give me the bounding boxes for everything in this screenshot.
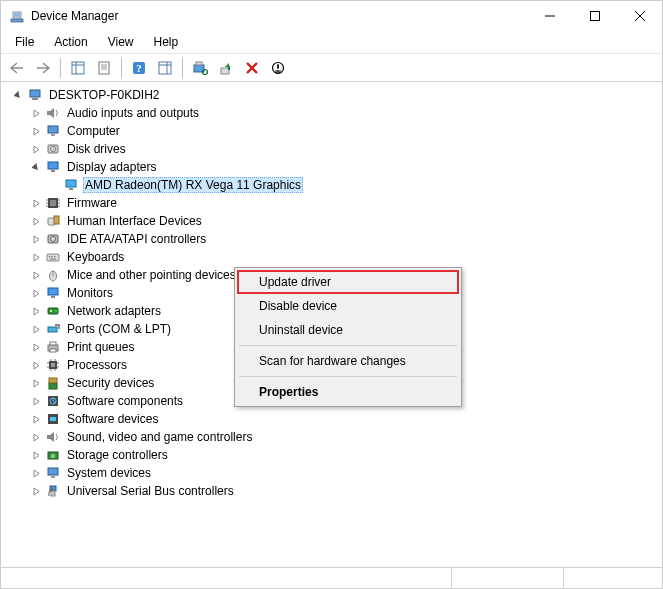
show-hide-tree-button[interactable] — [66, 57, 90, 79]
tree-category-swdev[interactable]: Software devices — [27, 410, 662, 428]
context-scan-hardware[interactable]: Scan for hardware changes — [237, 349, 459, 373]
expander-closed-icon[interactable] — [29, 214, 43, 228]
uninstall-button[interactable] — [240, 57, 264, 79]
menu-help[interactable]: Help — [146, 33, 187, 51]
tree-node-label: Human Interface Devices — [65, 214, 204, 228]
tree-device-display_child[interactable]: AMD Radeon(TM) RX Vega 11 Graphics — [45, 176, 662, 194]
tree-category-storage[interactable]: Storage controllers — [27, 446, 662, 464]
expander-closed-icon[interactable] — [29, 142, 43, 156]
disable-button[interactable] — [266, 57, 290, 79]
swcomp-icon — [45, 393, 61, 409]
expander-closed-icon[interactable] — [29, 322, 43, 336]
menu-file[interactable]: File — [7, 33, 42, 51]
expander-closed-icon[interactable] — [29, 304, 43, 318]
menu-action[interactable]: Action — [46, 33, 95, 51]
tree-category-sound[interactable]: Sound, video and game controllers — [27, 428, 662, 446]
expander-open-icon[interactable] — [29, 160, 43, 174]
expander-closed-icon[interactable] — [29, 484, 43, 498]
action-pane-button[interactable] — [153, 57, 177, 79]
tree-node-label: Keyboards — [65, 250, 126, 264]
update-driver-button[interactable] — [214, 57, 238, 79]
svg-rect-86 — [51, 491, 55, 496]
close-button[interactable] — [617, 1, 662, 31]
expander-closed-icon[interactable] — [29, 250, 43, 264]
expander-open-icon[interactable] — [11, 88, 25, 102]
tree-node-label: Print queues — [65, 340, 136, 354]
expander-closed-icon[interactable] — [29, 232, 43, 246]
tree-node-label: IDE ATA/ATAPI controllers — [65, 232, 208, 246]
tree-node-label: Ports (COM & LPT) — [65, 322, 173, 336]
context-uninstall-device[interactable]: Uninstall device — [237, 318, 459, 342]
svg-rect-7 — [72, 62, 84, 74]
ide-icon — [45, 231, 61, 247]
firmware-icon — [45, 195, 61, 211]
maximize-button[interactable] — [572, 1, 617, 31]
expander-closed-icon[interactable] — [29, 340, 43, 354]
expander-closed-icon[interactable] — [29, 448, 43, 462]
expander-closed-icon[interactable] — [29, 358, 43, 372]
svg-rect-0 — [11, 19, 23, 22]
tree-category-computer[interactable]: Computer — [27, 122, 662, 140]
svg-rect-51 — [52, 256, 54, 258]
tree-node-label: Disk drives — [65, 142, 128, 156]
expander-closed-icon[interactable] — [29, 430, 43, 444]
toolbar-separator — [60, 58, 61, 78]
tree-node-label: DESKTOP-F0KDIH2 — [47, 88, 161, 102]
expander-closed-icon[interactable] — [29, 376, 43, 390]
tree-node-label: Network adapters — [65, 304, 163, 318]
svg-rect-4 — [590, 12, 599, 21]
tree-category-disk[interactable]: Disk drives — [27, 140, 662, 158]
tree-node-label: Firmware — [65, 196, 119, 210]
tree-category-display[interactable]: Display adapters — [27, 158, 662, 176]
svg-text:?: ? — [136, 62, 142, 74]
context-disable-device[interactable]: Disable device — [237, 294, 459, 318]
keyboards-icon — [45, 249, 61, 265]
properties-button[interactable] — [92, 57, 116, 79]
expander-closed-icon[interactable] — [29, 412, 43, 426]
tree-category-ide[interactable]: IDE ATA/ATAPI controllers — [27, 230, 662, 248]
help-button[interactable]: ? — [127, 57, 151, 79]
svg-rect-56 — [48, 288, 58, 295]
svg-rect-84 — [51, 476, 55, 478]
back-button[interactable] — [5, 57, 29, 79]
expander-closed-icon[interactable] — [29, 466, 43, 480]
tree-category-system[interactable]: System devices — [27, 464, 662, 482]
expander-closed-icon[interactable] — [29, 268, 43, 282]
context-properties[interactable]: Properties — [237, 380, 459, 404]
svg-rect-57 — [51, 296, 55, 298]
svg-rect-38 — [50, 200, 56, 206]
svg-rect-36 — [69, 188, 73, 190]
toolbar-separator — [121, 58, 122, 78]
hid-icon — [45, 213, 61, 229]
tree-root[interactable]: DESKTOP-F0KDIH2 — [9, 86, 662, 104]
tree-node-label: Storage controllers — [65, 448, 170, 462]
svg-rect-35 — [66, 180, 76, 187]
statusbar — [0, 567, 663, 589]
minimize-button[interactable] — [527, 1, 572, 31]
tree-node-label: Processors — [65, 358, 129, 372]
menu-view[interactable]: View — [100, 33, 142, 51]
tree-category-firmware[interactable]: Firmware — [27, 194, 662, 212]
svg-rect-83 — [48, 468, 58, 475]
svg-rect-50 — [49, 256, 51, 258]
svg-point-60 — [55, 310, 57, 312]
expander-closed-icon[interactable] — [29, 196, 43, 210]
tree-category-usb[interactable]: Universal Serial Bus controllers — [27, 482, 662, 500]
device-tree[interactable]: DESKTOP-F0KDIH2 Audio inputs and outputs… — [1, 82, 662, 560]
tree-category-hid[interactable]: Human Interface Devices — [27, 212, 662, 230]
expander-closed-icon[interactable] — [29, 124, 43, 138]
expander-closed-icon[interactable] — [29, 394, 43, 408]
tree-category-keyboards[interactable]: Keyboards — [27, 248, 662, 266]
svg-rect-27 — [47, 111, 50, 115]
expander-closed-icon[interactable] — [29, 286, 43, 300]
svg-rect-63 — [50, 342, 56, 345]
printq-icon — [45, 339, 61, 355]
forward-button[interactable] — [31, 57, 55, 79]
context-update-driver[interactable]: Update driver — [237, 270, 459, 294]
tree-category-audio[interactable]: Audio inputs and outputs — [27, 104, 662, 122]
expander-closed-icon[interactable] — [29, 106, 43, 120]
tree-node-label: Sound, video and game controllers — [65, 430, 254, 444]
svg-rect-52 — [54, 256, 56, 258]
network-icon — [45, 303, 61, 319]
scan-hardware-button[interactable] — [188, 57, 212, 79]
